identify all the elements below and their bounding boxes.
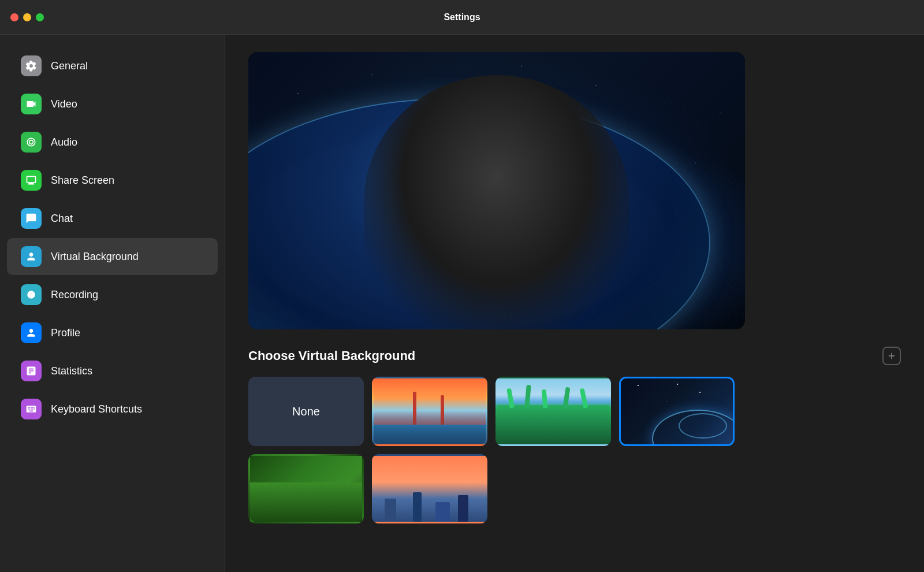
sidebar-recording-label: Recording <box>51 289 98 301</box>
sidebar: General Video Audio Share Screen <box>0 35 225 572</box>
sidebar-share-label: Share Screen <box>51 174 114 187</box>
sidebar-item-keyboard-shortcuts[interactable]: Keyboard Shortcuts <box>7 391 218 428</box>
maximize-button[interactable] <box>36 13 44 21</box>
sidebar-item-virtual-background[interactable]: Virtual Background <box>7 238 218 275</box>
add-background-button[interactable] <box>882 347 901 365</box>
video-icon <box>21 94 42 114</box>
background-none[interactable]: None <box>248 377 364 446</box>
background-space[interactable] <box>619 377 735 446</box>
sidebar-item-statistics[interactable]: Statistics <box>7 352 218 389</box>
sidebar-item-recording[interactable]: Recording <box>7 276 218 313</box>
sidebar-profile-label: Profile <box>51 327 80 339</box>
sidebar-keyboard-label: Keyboard Shortcuts <box>51 403 142 415</box>
section-header: Choose Virtual Background <box>248 347 901 365</box>
titlebar-buttons <box>10 13 44 21</box>
audio-icon <box>21 132 42 153</box>
sidebar-item-profile[interactable]: Profile <box>7 314 218 351</box>
none-label: None <box>292 405 320 418</box>
sidebar-item-share-screen[interactable]: Share Screen <box>7 162 218 199</box>
content-area: Choose Virtual Background None <box>225 35 924 572</box>
general-icon <box>21 55 42 76</box>
video-preview <box>248 52 745 329</box>
background-bridge[interactable] <box>372 377 487 446</box>
main-layout: General Video Audio Share Screen <box>0 35 924 572</box>
background-nature[interactable] <box>495 377 611 446</box>
sidebar-item-general[interactable]: General <box>7 47 218 84</box>
titlebar: Settings <box>0 0 924 35</box>
section-title: Choose Virtual Background <box>248 348 415 363</box>
plus-icon <box>886 351 897 361</box>
sidebar-chat-label: Chat <box>51 213 73 225</box>
close-button[interactable] <box>10 13 18 21</box>
virtual-background-icon <box>21 246 42 267</box>
sidebar-virtual-label: Virtual Background <box>51 251 139 263</box>
minimize-button[interactable] <box>23 13 31 21</box>
statistics-icon <box>21 361 42 381</box>
recording-icon <box>21 284 42 305</box>
keyboard-shortcuts-icon <box>21 399 42 419</box>
sidebar-statistics-label: Statistics <box>51 365 92 377</box>
svg-point-0 <box>27 291 35 298</box>
sidebar-item-audio[interactable]: Audio <box>7 124 218 161</box>
sidebar-item-chat[interactable]: Chat <box>7 200 218 237</box>
backgrounds-row-2 <box>248 454 901 523</box>
share-screen-icon <box>21 170 42 191</box>
sidebar-general-label: General <box>51 60 88 72</box>
sidebar-item-video[interactable]: Video <box>7 86 218 122</box>
chat-icon <box>21 208 42 229</box>
profile-icon <box>21 322 42 343</box>
backgrounds-row-1: None <box>248 377 901 446</box>
person-overlay <box>364 75 629 329</box>
sidebar-audio-label: Audio <box>51 136 77 148</box>
sidebar-video-label: Video <box>51 98 77 110</box>
background-city[interactable] <box>372 454 487 523</box>
window-title: Settings <box>444 12 480 23</box>
background-forest[interactable] <box>248 454 364 523</box>
